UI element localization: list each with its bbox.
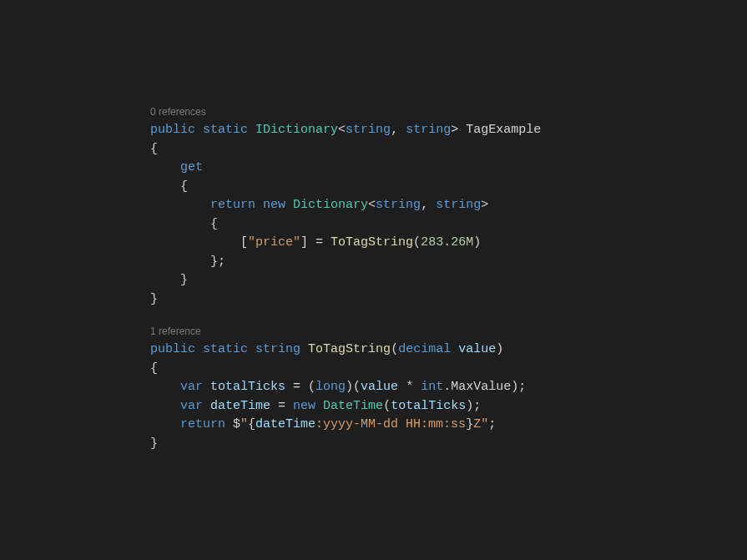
code-line: }; — [150, 253, 747, 272]
codelens-references[interactable]: 0 references — [150, 104, 747, 119]
code-line: } — [150, 435, 747, 454]
code-line: } — [150, 271, 747, 290]
code-line: get — [150, 159, 747, 178]
code-line: { — [150, 360, 747, 379]
code-line: var totalTicks = (long)(value * int.MaxV… — [150, 378, 747, 397]
code-line: public static string ToTagString(decimal… — [150, 341, 747, 360]
code-line: { — [150, 140, 747, 159]
code-line: ["price"] = ToTagString(283.26M) — [150, 234, 747, 253]
code-line: { — [150, 215, 747, 235]
code-line: } — [150, 290, 747, 310]
code-line: return new Dictionary<string, string> — [150, 196, 747, 215]
code-line: return $"{dateTime:yyyy-MM-dd HH:mm:ss}Z… — [150, 416, 747, 435]
code-editor: 0 references public static IDictionary<s… — [150, 104, 747, 453]
code-line: { — [150, 178, 747, 197]
code-line: var dateTime = new DateTime(totalTicks); — [150, 397, 747, 416]
codelens-references[interactable]: 1 reference — [150, 324, 747, 339]
code-line: public static IDictionary<string, string… — [150, 121, 747, 140]
